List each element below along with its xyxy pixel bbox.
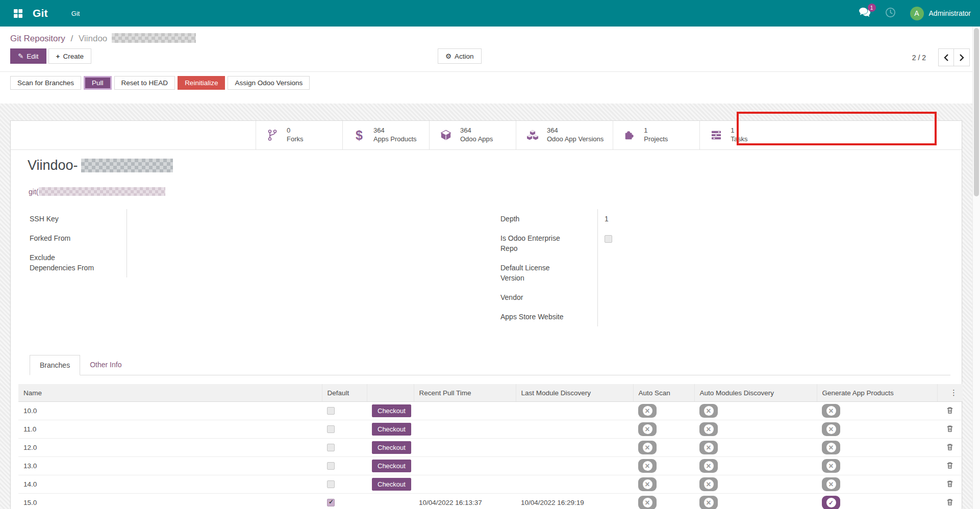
col-header-recent-pull-time[interactable]: Recent Pull Time [414, 384, 516, 402]
default-checkbox[interactable] [327, 462, 335, 470]
pager-next-button[interactable] [954, 48, 970, 66]
auto-scan-toggle[interactable] [638, 404, 657, 418]
pager-previous-button[interactable] [938, 48, 954, 66]
col-header-auto-modules-discovery[interactable]: Auto Modules Discovery [694, 384, 817, 402]
scrollbar-thumb[interactable] [974, 28, 979, 196]
create-button[interactable]: + Create [48, 48, 91, 64]
auto-modules-discovery-toggle[interactable] [699, 404, 718, 418]
table-row[interactable]: 11.0 Checkout [18, 420, 963, 439]
stat-button-projects[interactable]: 1 Projects [613, 121, 699, 149]
assign-odoo-versions-button[interactable]: Assign Odoo Versions [228, 76, 310, 90]
checkout-button[interactable]: Checkout [372, 423, 411, 436]
chevron-left-icon [944, 54, 949, 61]
generate-app-products-toggle[interactable] [822, 459, 840, 473]
auto-modules-discovery-toggle[interactable] [699, 441, 718, 454]
form-sheet: 0 Forks $ 364 Apps Products [10, 120, 962, 509]
scan-for-branches-button[interactable]: Scan for Branches [10, 76, 81, 90]
apps-grid-icon[interactable] [9, 5, 27, 22]
nav-menu-git[interactable]: Git [69, 7, 82, 20]
checkout-button[interactable]: Checkout [372, 404, 411, 417]
generate-app-products-toggle[interactable] [822, 477, 840, 491]
branch-name[interactable]: 15.0 [18, 494, 322, 509]
table-row[interactable]: 10.0 Checkout [18, 402, 963, 420]
default-checkbox[interactable] [327, 480, 335, 488]
default-checkbox[interactable] [327, 407, 335, 415]
notebook-tabs: Branches Other Info [30, 355, 950, 375]
last-module-discovery: 10/04/2022 16:29:19 [516, 494, 633, 509]
auto-modules-discovery-toggle[interactable] [699, 477, 718, 491]
auto-scan-toggle[interactable] [638, 496, 657, 509]
user-menu[interactable]: A Administrator [910, 7, 971, 20]
generate-app-products-toggle[interactable] [822, 441, 840, 454]
action-button[interactable]: ⚙ Action [438, 48, 482, 64]
auto-modules-discovery-toggle[interactable] [699, 459, 718, 473]
stat-button-forks[interactable]: 0 Forks [256, 121, 342, 149]
app-brand[interactable]: Git [33, 7, 48, 19]
reset-to-head-button[interactable]: Reset to HEAD [114, 76, 175, 90]
checkout-button[interactable]: Checkout [372, 478, 411, 491]
pager-value: 2 / 2 [912, 54, 926, 62]
default-checkbox[interactable] [327, 425, 335, 433]
auto-modules-discovery-toggle[interactable] [699, 496, 718, 509]
breadcrumb-parent[interactable]: Git Repository [10, 34, 65, 43]
auto-scan-toggle[interactable] [638, 477, 657, 491]
stat-button-odoo-app-versions[interactable]: 364 Odoo App Versions [516, 121, 613, 149]
stat-button-tasks[interactable]: 1 Tasks [699, 121, 786, 149]
vertical-scrollbar[interactable] [972, 27, 980, 509]
optional-columns-icon[interactable]: ⋮ [937, 384, 963, 402]
form-content-area: 0 Forks $ 364 Apps Products [0, 104, 980, 509]
branch-name[interactable]: 12.0 [18, 439, 322, 457]
pull-button[interactable]: Pull [84, 76, 112, 90]
activities-clock-icon[interactable] [885, 7, 896, 20]
cubes-icon [525, 130, 540, 141]
col-header-auto-scan[interactable]: Auto Scan [633, 384, 694, 402]
delete-icon[interactable] [945, 479, 954, 490]
chat-icon [859, 10, 871, 19]
branch-name[interactable]: 13.0 [18, 457, 322, 475]
delete-icon[interactable] [945, 497, 954, 508]
last-module-discovery [516, 457, 633, 475]
branch-name[interactable]: 10.0 [18, 402, 322, 420]
tab-branches[interactable]: Branches [30, 355, 80, 375]
col-header-name[interactable]: Name [18, 384, 322, 402]
edit-button[interactable]: ✎ Edit [10, 48, 46, 64]
col-header-last-module-discovery[interactable]: Last Module Discovery [516, 384, 633, 402]
default-checkbox[interactable] [327, 444, 335, 451]
is-odoo-enterprise-repo-checkbox[interactable] [605, 235, 612, 243]
generate-app-products-toggle[interactable] [822, 404, 840, 418]
avatar: A [910, 7, 924, 20]
fork-icon [265, 129, 280, 141]
branch-name[interactable]: 14.0 [18, 475, 322, 494]
col-header-default[interactable]: Default [322, 384, 367, 402]
col-header-generate-app-products[interactable]: Generate App Products [817, 384, 937, 402]
record-title: Viindoo- [28, 158, 962, 173]
delete-icon[interactable] [945, 442, 954, 453]
auto-scan-toggle[interactable] [638, 441, 657, 454]
reinitialize-button[interactable]: Reinitialize [178, 76, 225, 90]
default-checkbox[interactable] [327, 499, 335, 506]
checkout-button[interactable]: Checkout [372, 441, 411, 454]
generate-app-products-toggle[interactable] [822, 422, 840, 436]
recent-pull-time [414, 402, 516, 420]
table-row[interactable]: 14.0 Checkout [18, 475, 963, 494]
table-row[interactable]: 12.0 Checkout [18, 439, 963, 457]
delete-icon[interactable] [945, 461, 954, 472]
stat-button-apps-products[interactable]: $ 364 Apps Products [342, 121, 429, 149]
table-row[interactable]: 15.0 Checkout 10/04/2022 16:13:37 10/04/… [18, 494, 963, 509]
table-row[interactable]: 13.0 Checkout [18, 457, 963, 475]
generate-app-products-toggle[interactable] [822, 496, 840, 509]
recent-pull-time [414, 420, 516, 439]
auto-scan-toggle[interactable] [638, 422, 657, 436]
stat-button-odoo-apps[interactable]: 364 Odoo Apps [429, 121, 516, 149]
repo-url-link[interactable]: git( [29, 187, 962, 196]
branch-name[interactable]: 11.0 [18, 420, 322, 439]
messages-button[interactable]: 1 [859, 7, 871, 19]
tab-other-info[interactable]: Other Info [80, 355, 131, 375]
auto-scan-toggle[interactable] [638, 459, 657, 473]
delete-icon[interactable] [945, 424, 954, 435]
auto-modules-discovery-toggle[interactable] [699, 422, 718, 436]
delete-icon[interactable] [945, 405, 954, 417]
last-module-discovery [516, 402, 633, 420]
messages-count-badge: 1 [868, 4, 876, 12]
checkout-button[interactable]: Checkout [372, 460, 411, 472]
